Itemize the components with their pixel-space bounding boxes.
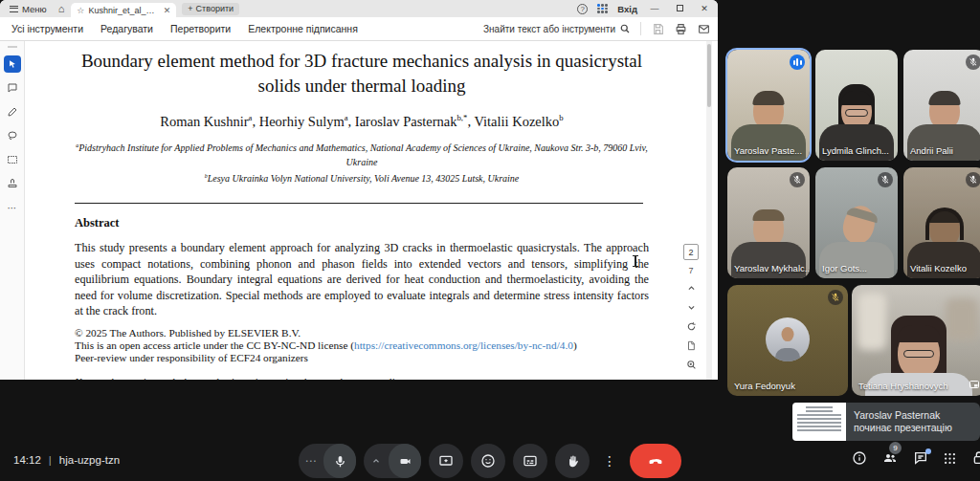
meeting-info: 14:12 | hja-uzpg-tzn — [13, 454, 120, 466]
document-tab[interactable]: ☆ Kushnir_et_al_ECF24... ✕ — [71, 3, 176, 17]
license-link[interactable]: https://creativecommons.org/licenses/by-… — [354, 339, 573, 351]
more-tools-button[interactable]: ⋯ — [4, 199, 21, 216]
find-tools-button[interactable]: Знайти текст або інструменти — [483, 23, 631, 34]
abstract-text: This study presents a boundary element a… — [75, 240, 649, 319]
paper-authors: Roman Kushnira, Heorhiy Sulyma, Iaroslav… — [75, 113, 649, 130]
previous-page-button[interactable] — [683, 281, 699, 295]
stamp-tool-button[interactable] — [4, 175, 21, 192]
participant-tile[interactable]: Vitalii Kozelko — [903, 167, 980, 278]
participant-tile[interactable]: Yaroslav Mykhalc... — [727, 167, 810, 278]
mic-options-icon[interactable]: ⋯ — [299, 454, 323, 468]
menu-all-tools[interactable]: Усі інструменти — [11, 23, 83, 34]
select-tool-button[interactable] — [4, 55, 21, 73]
meeting-time: 14:12 — [13, 454, 41, 466]
camera-control[interactable] — [364, 444, 421, 478]
meeting-code: hja-uzpg-tzn — [59, 454, 120, 466]
add-text-tool-button[interactable] — [4, 151, 21, 168]
camera-options-icon[interactable] — [364, 456, 389, 466]
comment-tool-button[interactable] — [4, 79, 21, 97]
document-tab-title: Kushnir_et_al_ECF24... — [88, 6, 157, 15]
menu-esign[interactable]: Електронне підписання — [248, 23, 358, 34]
participant-tile[interactable]: Yaroslav Paste... — [727, 50, 810, 161]
page-view-button[interactable] — [683, 339, 699, 352]
participant-tile[interactable]: Igor Gots... — [815, 167, 898, 278]
activities-button[interactable] — [943, 451, 957, 466]
next-page-button[interactable] — [683, 300, 699, 314]
keywords-label: Keywords: — [75, 376, 122, 380]
app-grid-icon[interactable] — [597, 4, 608, 12]
pdf-page: Boundary element method for 3D fracture … — [75, 41, 649, 380]
paper-affiliations: aPidstryhach Institute for Applied Probl… — [75, 139, 649, 186]
zoom-out-button[interactable] — [683, 377, 699, 380]
end-call-icon — [647, 452, 664, 470]
rail-drag-handle[interactable] — [8, 46, 17, 48]
current-page-input[interactable]: 2 — [683, 244, 699, 260]
picture-in-picture-icon[interactable] — [969, 379, 980, 390]
captions-button[interactable] — [513, 444, 547, 478]
draw-tool-button[interactable] — [4, 127, 21, 144]
presentation-notification[interactable]: Yaroslav Pasternak починає презентацію — [792, 403, 980, 441]
participant-tile[interactable]: Tetiana Hryshanovych — [852, 285, 980, 396]
help-icon[interactable]: ? — [577, 4, 588, 14]
window-minimize-button[interactable]: — — [647, 4, 662, 13]
participant-name: Igor Gots... — [822, 263, 867, 273]
email-icon[interactable] — [697, 22, 710, 35]
end-call-button[interactable] — [630, 444, 681, 478]
present-screen-icon — [438, 453, 454, 469]
avatar — [766, 317, 810, 361]
captions-icon — [523, 453, 538, 469]
home-icon[interactable]: ⌂ — [58, 3, 65, 14]
people-button[interactable]: 9 — [881, 450, 899, 466]
sign-in-button[interactable]: Вхід — [617, 4, 637, 14]
participant-tile[interactable]: Andrii Palii — [903, 50, 980, 161]
meeting-controls: ⋯ ⋮ — [299, 444, 681, 478]
create-new-tab-button[interactable]: + Створити — [182, 3, 239, 15]
participant-name: Tetiana Hryshanovych — [858, 381, 947, 391]
hamburger-icon — [10, 6, 18, 12]
search-icon — [619, 23, 631, 34]
save-icon[interactable] — [651, 22, 664, 35]
info-icon — [852, 450, 867, 466]
acrobat-menu-bar: Усі інструменти Редагувати Перетворити Е… — [0, 17, 718, 41]
zoom-in-button[interactable] — [683, 358, 699, 371]
zoom-in-icon — [686, 360, 697, 370]
present-screen-button[interactable] — [429, 444, 463, 478]
pdf-document-area[interactable]: Boundary element method for 3D fracture … — [25, 41, 712, 380]
edit-pencil-tool-button[interactable] — [4, 103, 21, 120]
peer-review-line: Peer-review under responsibility of ECF2… — [75, 352, 649, 364]
scrollbar-thumb[interactable] — [707, 44, 711, 107]
create-label: Створити — [196, 4, 234, 13]
raise-hand-button[interactable] — [555, 444, 590, 478]
host-controls-button[interactable] — [971, 450, 980, 466]
camera-button[interactable] — [389, 444, 421, 478]
chat-button[interactable] — [913, 450, 928, 466]
participant-name: Yaroslav Mykhalc... — [734, 263, 810, 273]
participant-tile[interactable]: Yura Fedonyuk — [727, 285, 848, 396]
total-pages-label: 7 — [688, 266, 693, 275]
reactions-button[interactable] — [471, 444, 505, 478]
window-close-button[interactable]: ✕ — [697, 4, 712, 13]
plus-icon: + — [188, 4, 192, 13]
acrobat-menu-label: Меню — [22, 4, 47, 14]
document-scrollbar[interactable] — [706, 41, 712, 380]
mic-button[interactable] — [323, 444, 356, 478]
window-maximize-button[interactable] — [672, 4, 687, 13]
page-view-icon — [686, 340, 696, 351]
menu-edit[interactable]: Редагувати — [100, 23, 153, 34]
keywords-line: Keywords: quasicrystal; thermoelastic; a… — [75, 376, 649, 380]
acrobat-menu-button[interactable]: Меню — [5, 4, 52, 14]
tab-close-icon[interactable]: ✕ — [162, 6, 171, 15]
print-icon[interactable] — [674, 22, 687, 35]
star-icon[interactable]: ☆ — [77, 6, 84, 15]
mic-control[interactable]: ⋯ — [299, 444, 356, 478]
more-options-button[interactable]: ⋮ — [597, 444, 622, 478]
pencil-icon — [7, 106, 18, 118]
rotate-page-button[interactable] — [683, 319, 699, 333]
participant-tile[interactable]: Lydmila Glinch... — [815, 50, 898, 161]
paper-title: Boundary element method for 3D fracture … — [75, 49, 649, 98]
section-divider — [75, 203, 643, 204]
participant-video — [815, 50, 898, 161]
people-count-badge: 9 — [889, 442, 902, 454]
meeting-details-button[interactable] — [852, 450, 867, 466]
menu-convert[interactable]: Перетворити — [170, 23, 231, 34]
